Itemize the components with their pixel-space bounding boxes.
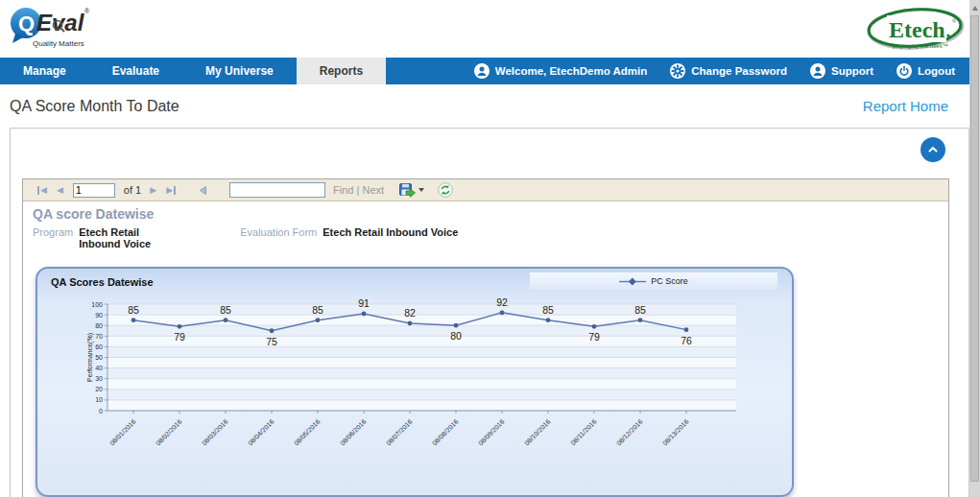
nav-left: Manage Evaluate My Universe Reports bbox=[0, 58, 386, 84]
svg-text:10: 10 bbox=[95, 396, 103, 403]
scrollbar-up-button[interactable] bbox=[970, 2, 979, 13]
svg-text:08/10/2016: 08/10/2016 bbox=[523, 418, 552, 447]
svg-text:82: 82 bbox=[404, 307, 416, 319]
svg-text:80: 80 bbox=[95, 322, 103, 329]
svg-text:40: 40 bbox=[95, 365, 103, 371]
svg-text:85: 85 bbox=[128, 304, 139, 316]
last-page-button[interactable]: ▶ bbox=[161, 185, 180, 195]
legend-series-label: PC Score bbox=[651, 276, 688, 286]
first-page-icon bbox=[37, 186, 39, 195]
vertical-scrollbar[interactable] bbox=[969, 0, 980, 497]
etech-logo: Etech ® playing by the rules™ bbox=[866, 6, 967, 56]
page-number-input[interactable] bbox=[73, 183, 115, 198]
refresh-icon bbox=[438, 182, 453, 198]
svg-text:08/03/2016: 08/03/2016 bbox=[201, 418, 229, 447]
svg-text:08/02/2016: 08/02/2016 bbox=[155, 418, 183, 447]
report-panel: ◀ ◀ of 1 ▶ ▶ Find | Next bbox=[10, 128, 969, 497]
chart-title: QA Scores Datewise bbox=[51, 276, 154, 288]
svg-text:79: 79 bbox=[174, 331, 185, 343]
export-disk-icon bbox=[399, 183, 416, 198]
welcome-label: Welcome, EtechDemo Admin bbox=[495, 65, 647, 77]
svg-text:30: 30 bbox=[95, 375, 103, 382]
nav-item-reports[interactable]: Reports bbox=[297, 58, 386, 84]
svg-text:85: 85 bbox=[542, 304, 554, 316]
title-row: QA Score Month To Date Report Home bbox=[0, 84, 969, 128]
svg-text:08/12/2016: 08/12/2016 bbox=[615, 418, 644, 447]
svg-text:100: 100 bbox=[91, 301, 103, 308]
svg-text:70: 70 bbox=[95, 333, 103, 340]
scroll-up-arrow-icon bbox=[972, 6, 978, 11]
nav-item-manage[interactable]: Manage bbox=[0, 58, 89, 84]
page-title: QA Score Month To Date bbox=[10, 98, 179, 115]
qeval-registered-mark: ® bbox=[84, 8, 90, 14]
logout-label: Logout bbox=[918, 65, 955, 77]
svg-text:76: 76 bbox=[681, 335, 692, 346]
svg-text:75: 75 bbox=[266, 336, 277, 347]
change-password-button[interactable]: Change Password bbox=[658, 58, 799, 84]
back-to-parent-button[interactable] bbox=[198, 185, 208, 196]
support-label: Support bbox=[831, 65, 873, 77]
svg-text:85: 85 bbox=[634, 304, 646, 316]
nav-right: Welcome, EtechDemo Admin bbox=[463, 58, 980, 84]
svg-text:08/07/2016: 08/07/2016 bbox=[385, 418, 414, 447]
svg-text:Performance(%): Performance(%) bbox=[86, 333, 94, 382]
legend-line-marker-icon bbox=[619, 277, 646, 286]
collapse-panel-button[interactable] bbox=[920, 137, 945, 162]
power-icon bbox=[896, 63, 912, 79]
report-heading: QA score Datewise bbox=[33, 206, 948, 222]
qeval-logo: Q Eval ® Quality Matters bbox=[8, 4, 113, 56]
svg-text:08/11/2016: 08/11/2016 bbox=[569, 418, 597, 446]
svg-text:0: 0 bbox=[99, 408, 103, 414]
svg-text:91: 91 bbox=[358, 297, 370, 309]
user-icon bbox=[810, 63, 825, 79]
svg-text:90: 90 bbox=[95, 312, 103, 319]
svg-text:Quality Matters: Quality Matters bbox=[33, 39, 84, 48]
svg-text:08/09/2016: 08/09/2016 bbox=[477, 418, 506, 447]
svg-text:50: 50 bbox=[95, 354, 103, 361]
find-next-button[interactable]: Next bbox=[362, 184, 384, 196]
program-label: Program bbox=[33, 224, 73, 249]
nav-item-evaluate[interactable]: Evaluate bbox=[89, 58, 182, 84]
gear-icon bbox=[670, 63, 685, 79]
logout-button[interactable]: Logout bbox=[885, 58, 967, 84]
report-home-link[interactable]: Report Home bbox=[863, 98, 948, 114]
next-page-button[interactable]: ▶ bbox=[145, 185, 161, 195]
prev-page-button[interactable]: ◀ bbox=[52, 185, 68, 195]
svg-text:80: 80 bbox=[450, 330, 462, 342]
find-text-input[interactable] bbox=[229, 182, 325, 198]
export-button[interactable] bbox=[399, 183, 424, 198]
svg-text:08/04/2016: 08/04/2016 bbox=[247, 418, 275, 447]
find-next-separator: | bbox=[357, 184, 360, 196]
evaluation-form-label: Evaluation Form bbox=[240, 224, 317, 249]
find-next-controls: Find | Next bbox=[333, 184, 384, 196]
report-viewer: ◀ ◀ of 1 ▶ ▶ Find | Next bbox=[22, 178, 949, 497]
refresh-button[interactable] bbox=[438, 182, 453, 198]
support-button[interactable]: Support bbox=[799, 58, 885, 84]
report-viewer-toolbar: ◀ ◀ of 1 ▶ ▶ Find | Next bbox=[23, 179, 948, 201]
svg-text:08/05/2016: 08/05/2016 bbox=[293, 418, 322, 447]
qa-scores-line-chart: 0102030405060708090100Performance(%)08/0… bbox=[37, 288, 792, 495]
main-nav: Manage Evaluate My Universe Reports Welc… bbox=[0, 58, 980, 84]
scrollbar-thumb[interactable] bbox=[970, 15, 979, 482]
svg-text:79: 79 bbox=[588, 331, 600, 343]
welcome-user-menu[interactable]: Welcome, EtechDemo Admin bbox=[463, 58, 658, 84]
svg-text:20: 20 bbox=[95, 386, 103, 392]
evaluation-form-value: Etech Retail Inbound Voice bbox=[323, 224, 458, 249]
svg-text:08/13/2016: 08/13/2016 bbox=[661, 418, 690, 447]
svg-text:08/08/2016: 08/08/2016 bbox=[431, 418, 460, 447]
svg-text:92: 92 bbox=[496, 296, 508, 308]
user-icon bbox=[474, 63, 490, 79]
find-button[interactable]: Find bbox=[333, 184, 353, 196]
svg-text:85: 85 bbox=[220, 304, 231, 316]
change-password-label: Change Password bbox=[691, 65, 787, 77]
first-page-button[interactable]: ◀ bbox=[33, 185, 52, 195]
last-page-icon bbox=[174, 186, 176, 195]
report-parameters: Program Etech Retail Inbound Voice Evalu… bbox=[33, 224, 948, 249]
nav-item-my-universe[interactable]: My Universe bbox=[182, 58, 297, 84]
export-dropdown-caret-icon bbox=[418, 188, 424, 192]
svg-text:85: 85 bbox=[312, 304, 323, 316]
report-body: QA score Datewise Program Etech Retail I… bbox=[23, 201, 948, 249]
qeval-app: Q Eval ® Quality Matters Etech ® playing… bbox=[0, 0, 980, 497]
chevron-up-icon bbox=[926, 143, 940, 156]
svg-text:Etech: Etech bbox=[889, 17, 945, 42]
